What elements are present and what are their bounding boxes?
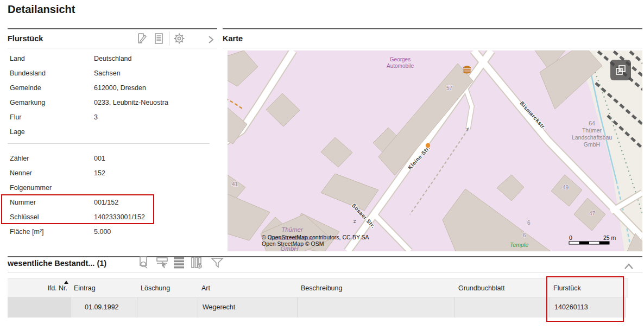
map-expand-button[interactable] <box>610 60 631 80</box>
column-header-loeschung[interactable]: Löschung <box>137 279 198 298</box>
karte-header-separator <box>223 48 642 48</box>
cell-grundbuchblatt <box>455 297 550 318</box>
field-row-schluessel: Schlüssel1402333001/152 <box>8 210 217 224</box>
karte-panel-title: Karte <box>223 34 243 43</box>
svg-text:GmbH: GmbH <box>584 141 600 148</box>
cell-flurstueck: 140260113 <box>550 297 626 318</box>
field-label: Land <box>8 55 94 62</box>
filter-icon-glyph <box>210 256 224 270</box>
map-scale-bar: 0 25 m <box>569 234 616 244</box>
gear-icon-glyph <box>172 31 186 46</box>
flurstueck-fields-group-a: LandDeutschland BundeslandSachsen Gemein… <box>8 51 217 139</box>
field-value: 001/152 <box>94 199 118 206</box>
filter-icon[interactable] <box>210 255 225 270</box>
edit-icon-glyph <box>135 32 148 45</box>
field-label: Flur <box>8 113 94 121</box>
field-label: Nenner <box>8 169 94 177</box>
road-sosaer-str <box>374 214 410 251</box>
field-label: Gemarkung <box>8 99 94 106</box>
cell-beschreibung <box>298 297 455 318</box>
column-header-grundbuchblatt[interactable]: Grundbuchblatt <box>455 279 550 298</box>
table-panel-title: wesentliche Bestandt... (1) <box>8 259 106 268</box>
column-header-eintrag[interactable]: Eintrag <box>71 279 137 298</box>
toolbar-divider <box>169 31 169 46</box>
field-label: Bundesland <box>8 69 94 77</box>
table-header-separator <box>8 272 642 272</box>
rows-density-glyph <box>173 256 186 270</box>
field-label: Schlüssel <box>8 213 94 221</box>
field-row-zaehler: Zähler001 <box>8 151 217 166</box>
table-header-row: lfd. Nr. Eintrag Löschung Art Beschreibu… <box>8 278 628 297</box>
chevron-right-glyph <box>205 34 216 45</box>
column-header-lfd-nr[interactable]: lfd. Nr. <box>8 279 71 298</box>
field-label: Folgenummer <box>8 184 94 192</box>
field-value: Deutschland <box>94 55 132 62</box>
select-row-icon[interactable] <box>155 255 170 270</box>
column-settings-icon[interactable] <box>189 255 204 270</box>
field-row-flaeche: Fläche [m²]5.000 <box>8 224 217 239</box>
flurstueck-panel-title: Flurstück <box>8 34 43 43</box>
chevron-right-icon[interactable] <box>203 32 218 47</box>
preview-document-icon[interactable] <box>136 255 151 270</box>
field-row-folgenummer: Folgenummer <box>8 180 217 195</box>
map-attribution-line2: Open StreetMap © OSM <box>262 240 324 247</box>
column-header-beschreibung[interactable]: Beschreibung <box>298 279 455 298</box>
poi-georges-label-line2: Automobile <box>387 63 414 69</box>
field-label: Fläche [m²] <box>8 228 94 236</box>
cell-loeschung <box>137 297 198 318</box>
fastfood-icon <box>463 66 471 74</box>
svg-text:Thümer: Thümer <box>582 127 602 134</box>
field-label: Nummer <box>8 199 94 206</box>
map-svg: ≠ ≠ Georges Automobile 57 41 49 47 6 6 K… <box>228 50 642 251</box>
preview-document-glyph <box>137 256 150 270</box>
field-value: 001 <box>94 155 105 162</box>
house-number-6a: 6 <box>527 220 531 226</box>
map-attribution-line1: © OpenStreetMap contributors, CC-BY-SA <box>262 234 369 240</box>
field-row-lage: Lage <box>8 124 217 139</box>
svg-text:Thümer: Thümer <box>281 226 304 233</box>
house-number-57: 57 <box>446 85 453 91</box>
field-label: Gemeinde <box>8 84 94 92</box>
column-header-art[interactable]: Art <box>198 279 298 298</box>
flurstueck-group-separator <box>8 143 210 144</box>
house-number-41: 41 <box>232 181 238 187</box>
gear-icon[interactable] <box>172 31 187 46</box>
field-label: Lage <box>8 128 94 136</box>
table-panel-border <box>8 256 642 257</box>
field-value: 1402333001/152 <box>94 213 145 221</box>
poi-temple-label: Temple <box>510 242 528 248</box>
construction-path <box>228 98 244 110</box>
field-row-nummer: Nummer001/152 <box>8 195 217 210</box>
table-row[interactable]: 01.09.1992 Wegerecht 140260113 <box>8 297 628 318</box>
svg-text:25 m: 25 m <box>603 234 616 241</box>
map-canvas[interactable]: ≠ ≠ Georges Automobile 57 41 49 47 6 6 K… <box>228 50 642 251</box>
document-icon[interactable] <box>151 31 167 46</box>
house-number-47: 47 <box>589 211 596 217</box>
svg-text:Landschaftsbau: Landschaftsbau <box>572 134 612 141</box>
flurstueck-panel-border <box>8 28 217 29</box>
column-header-flurstueck[interactable]: Flurstück <box>550 279 626 298</box>
select-row-glyph <box>156 256 169 270</box>
field-value: 3 <box>94 113 98 121</box>
karte-panel-border <box>223 28 642 29</box>
field-value: Sachsen <box>94 69 121 77</box>
document-icon-glyph <box>153 32 166 45</box>
field-value: 612000, Dresden <box>94 84 146 92</box>
poi-georges-label-line1: Georges <box>390 56 411 62</box>
barrier-icon: ≠ <box>466 126 469 132</box>
cell-art: Wegerecht <box>198 297 298 318</box>
expand-map-icon <box>615 64 627 76</box>
buildings <box>228 50 642 251</box>
field-row-land: LandDeutschland <box>8 51 217 66</box>
road-service-loop <box>464 84 472 129</box>
flurstueck-fields-group-b: Zähler001 Nenner152 Folgenummer Nummer00… <box>8 151 217 239</box>
field-label: Zähler <box>8 155 94 162</box>
house-number-49: 49 <box>563 185 569 191</box>
edit-icon[interactable] <box>134 31 149 46</box>
street-marker-dot <box>426 143 430 148</box>
rows-density-icon[interactable] <box>172 255 187 270</box>
field-row-bundesland: BundeslandSachsen <box>8 66 217 80</box>
field-value: 0233, Leubnitz-Neuostra <box>94 99 168 106</box>
page-title: Detailansicht <box>8 3 75 16</box>
barrier-icon: ≠ <box>353 219 356 224</box>
